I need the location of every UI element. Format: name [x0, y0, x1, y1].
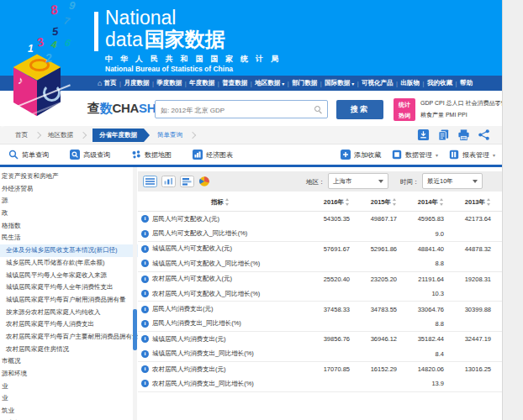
sidebar-item[interactable]: 政 [0, 207, 138, 220]
info-icon[interactable]: i [141, 230, 149, 238]
nav-item-department-data[interactable]: 部门数据 [292, 79, 317, 87]
sidebar-scrollbar-track[interactable] [133, 167, 137, 420]
indicator-cell: i居民人均可支配收入_同比增长(%) [138, 229, 303, 238]
breadcrumb-item-home[interactable]: 首页 [15, 131, 28, 139]
print-icon[interactable] [457, 129, 470, 141]
indicator-cell: i农村居民人均可支配收入_同比增长(%) [138, 290, 303, 298]
bar-chart-view-icon[interactable] [161, 176, 176, 187]
nav-item-international-data[interactable]: 国际数据▾ [325, 79, 354, 87]
value-cell: 49867.17 [350, 215, 397, 223]
pie-chart-view-icon[interactable] [198, 176, 210, 187]
region-dropdown[interactable]: 上海市 [328, 173, 388, 189]
hbar-chart-view-icon[interactable] [180, 176, 194, 187]
tool-data-manage[interactable]: 数据管理▾ [392, 150, 438, 160]
tool-econ-chart[interactable]: 经济图表 [193, 150, 233, 160]
indicator-cell: i居民人均消费支出_同比增长(%) [138, 319, 303, 328]
sidebar-item[interactable]: 城镇居民平均每人全年家庭收入来源 [0, 270, 138, 282]
query-tools-left: 简单查询高级查询数据地图经济图表 [8, 144, 233, 165]
value-cell: 8.4 [397, 350, 444, 358]
info-icon[interactable]: i [141, 276, 149, 283]
hot-words-line1[interactable]: GDP CPI 总人口 社会消费品零售总额 [420, 97, 502, 109]
nav-item-regional-data[interactable]: 地区数据▾ [255, 79, 284, 87]
indicator-cell: i城镇居民人均消费支出_同比增长(%) [138, 349, 303, 358]
search-button[interactable]: 搜索 [336, 100, 383, 119]
time-dropdown[interactable]: 最近10年 [422, 173, 483, 189]
download-icon[interactable] [417, 129, 430, 141]
list-view-icon[interactable] [143, 176, 157, 187]
nav-item-home[interactable]: ⌂首页 [98, 79, 116, 87]
table-header-year[interactable]: 2016年 [303, 198, 350, 207]
sidebar-item[interactable]: 业 [0, 392, 138, 405]
breadcrumb-item-regional-data[interactable]: 地区数据 [48, 131, 73, 139]
sidebar-item[interactable]: 农村居民家庭住房情况 [0, 344, 138, 356]
info-icon[interactable]: i [141, 260, 149, 267]
tool-advanced-query[interactable]: 高级查询 [70, 150, 110, 160]
nav-item-label: 可视化产品 [362, 79, 394, 87]
info-icon[interactable]: i [141, 335, 149, 343]
nav-item-census-data[interactable]: 普查数据 [222, 79, 247, 87]
info-icon[interactable]: i [141, 306, 149, 313]
search-input[interactable] [156, 102, 327, 119]
window-gutter [502, 0, 523, 420]
sort-icon [487, 198, 491, 206]
nav-item-quarterly-data[interactable]: 季度数据 [156, 79, 182, 87]
sidebar-item[interactable]: 定资产投资和房地产 [0, 171, 138, 183]
sidebar-item[interactable]: 农村居民家庭平均每百户主要耐用消费品拥有量 [0, 331, 138, 344]
indicator-label: 农村居民人均消费支出(元) [152, 365, 226, 374]
sidebar-item[interactable]: 格指数 [0, 220, 138, 233]
tool-simple-query[interactable]: 简单查询 [8, 150, 49, 160]
chevron-down-icon [473, 180, 478, 183]
info-icon[interactable]: i [141, 290, 149, 297]
sidebar-item[interactable]: 源 [0, 195, 138, 207]
sidebar-item[interactable]: 民生活 [0, 232, 138, 244]
table-header-indicator[interactable]: 指标 [138, 198, 303, 207]
sidebar-item[interactable]: 城乡居民人民币储蓄存款(年底余额) [0, 257, 138, 270]
sidebar-item[interactable]: 业 [0, 381, 138, 393]
site-brand: National data国家数据 中 华 人 民 共 和 国 国 家 统 计 … [94, 8, 281, 73]
value-cell: 33064.76 [397, 306, 444, 313]
nav-item-visual-products[interactable]: 可视化产品 [362, 79, 394, 87]
tool-data-map[interactable]: 数据地图 [131, 150, 172, 160]
share-icon[interactable] [478, 129, 490, 141]
value-cell: 16152.29 [350, 365, 397, 373]
info-icon[interactable]: i [141, 215, 149, 223]
nav-item-my-favorites[interactable]: 我的收藏 [427, 79, 452, 87]
sidebar-item[interactable]: 筑业 [0, 405, 138, 417]
sidebar-scrollbar-thumb[interactable] [133, 309, 137, 350]
copy-report-icon[interactable] [437, 129, 450, 141]
indicator-tree-sidebar: 定资产投资和房地产外经济贸易源政格指数民生活全体及分城乡居民收支基本情况(新口径… [0, 167, 138, 420]
indicator-cell: i农村居民人均消费支出_同比增长(%) [138, 380, 303, 388]
nav-item-publications[interactable]: 出版物 [401, 79, 420, 87]
info-icon[interactable]: i [141, 320, 149, 328]
chashu-logo-segment: 数 [100, 101, 113, 115]
table-header-year[interactable]: 2013年 [444, 198, 491, 207]
sidebar-item[interactable]: 农村居民家庭平均每人消费支出 [0, 318, 138, 331]
breadcrumb-item-provincial-annual-data[interactable]: 分省年度数据 [92, 129, 144, 142]
sidebar-item[interactable]: 源和环境 [0, 368, 138, 381]
page: National data国家数据 中 华 人 民 共 和 国 国 家 统 计 … [0, 0, 502, 420]
nav-item-annual-data[interactable]: 年度数据 [189, 79, 214, 87]
breadcrumb-item-simple-query[interactable]: 简单查询 [157, 131, 182, 139]
info-icon[interactable]: i [141, 245, 149, 253]
info-icon[interactable]: i [141, 380, 149, 387]
table-row: i城镇居民人均消费支出(元)39856.7636946.1235182.4432… [138, 332, 502, 346]
sidebar-item[interactable]: 全体及分城乡居民收支基本情况(新口径) [0, 244, 138, 257]
sidebar-item[interactable]: 市概况 [0, 355, 138, 368]
sidebar-item[interactable]: 城镇居民家庭平均每百户耐用消费品拥有量 [0, 294, 138, 307]
info-icon[interactable]: i [141, 365, 149, 373]
table-header-year[interactable]: 2014年 [397, 198, 444, 207]
sidebar-item[interactable]: 按来源分农村居民家庭人均纯收入 [0, 307, 138, 319]
hot-words-line2[interactable]: 粮食产量 PMI PPI [420, 109, 502, 121]
sidebar-item[interactable]: 城镇居民家庭平均每人全年消费性支出 [0, 281, 138, 294]
table-header-year[interactable]: 2015年 [350, 198, 397, 207]
table-row: i农村居民人均可支配收入(元)25520.4023205.2021191.641… [138, 272, 502, 286]
tool-report-manage[interactable]: 报表管理▾ [449, 150, 495, 160]
nav-item-monthly-data[interactable]: 月度数据 [124, 79, 149, 87]
brand-line2: data国家数据 [105, 29, 281, 50]
nav-item-help[interactable]: 帮助 [460, 79, 473, 87]
table-row: i农村居民人均可支配收入_同比增长(%)10.3 [138, 286, 502, 302]
sidebar-item[interactable]: 外经济贸易 [0, 183, 138, 196]
table-row: i农村居民人均消费支出(元)17070.8516152.2914820.0613… [138, 362, 502, 376]
info-icon[interactable]: i [141, 350, 149, 358]
tool-add-favorite[interactable]: 添加收藏 [341, 150, 381, 160]
